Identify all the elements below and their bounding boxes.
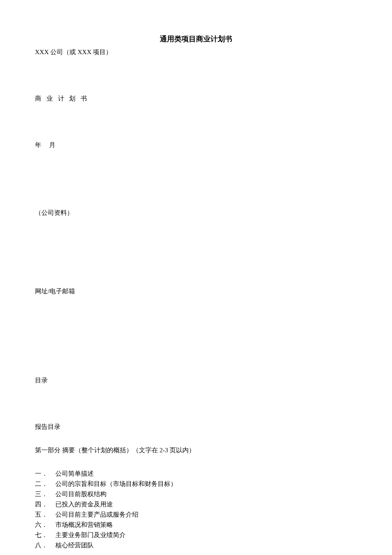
toc-item-number: 八．: [35, 541, 55, 549]
toc-item: 六． 市场概况和营销策略: [35, 521, 357, 529]
toc-item-text: 公司简单描述: [55, 470, 357, 478]
section-header: 第一部分 摘要（整个计划的概括）（文字在 2-3 页以内）: [35, 446, 357, 454]
toc-item-text: 公司目前主要产品或服务介绍: [55, 511, 357, 519]
toc-item-text: 主要业务部门及业绩简介: [55, 531, 357, 539]
toc-item-text: 核心经营团队: [55, 541, 357, 549]
toc-item: 七． 主要业务部门及业绩简介: [35, 531, 357, 539]
document-title: 通用类项目商业计划书: [35, 34, 357, 44]
company-project-subtitle: XXX 公司（或 XXX 项目）: [35, 48, 357, 56]
business-plan-heading: 商 业 计 划 书: [35, 95, 357, 103]
toc-title: 目录: [35, 376, 357, 384]
toc-item: 八． 核心经营团队: [35, 541, 357, 549]
toc-item: 三． 公司目前股权结构: [35, 490, 357, 498]
toc-item: 四． 已投入的资金及用途: [35, 500, 357, 509]
month-label: 月: [49, 142, 55, 148]
toc-item-number: 三．: [35, 490, 55, 498]
date-line: 年月: [35, 141, 357, 149]
toc-item-number: 五．: [35, 511, 55, 519]
toc-item-number: 二．: [35, 480, 55, 488]
toc-item-text: 已投入的资金及用途: [55, 500, 357, 509]
web-email-label: 网址/电子邮箱: [35, 287, 357, 295]
toc-item-number: 一．: [35, 470, 55, 478]
toc-item: 二． 公司的宗旨和目标（市场目标和财务目标）: [35, 480, 357, 488]
toc-item-text: 公司的宗旨和目标（市场目标和财务目标）: [55, 480, 357, 488]
toc-item: 五． 公司目前主要产品或服务介绍: [35, 511, 357, 519]
company-info-label: （公司资料）: [35, 209, 357, 217]
toc-item-number: 四．: [35, 500, 55, 509]
toc-item-text: 公司目前股权结构: [55, 490, 357, 498]
toc-item: 一． 公司简单描述: [35, 470, 357, 478]
toc-list: 一． 公司简单描述 二． 公司的宗旨和目标（市场目标和财务目标） 三． 公司目前…: [35, 470, 357, 549]
report-toc-label: 报告目录: [35, 423, 357, 431]
toc-item-number: 六．: [35, 521, 55, 529]
year-label: 年: [35, 142, 41, 148]
toc-item-number: 七．: [35, 531, 55, 539]
toc-item-text: 市场概况和营销策略: [55, 521, 357, 529]
